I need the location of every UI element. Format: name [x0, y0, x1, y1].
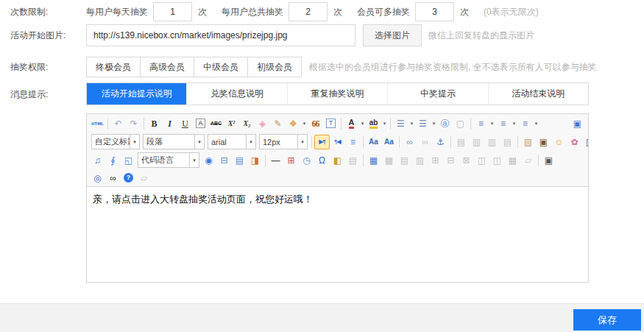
- html-source-icon[interactable]: HTML: [90, 116, 105, 131]
- insert-image-icon[interactable]: ▨: [520, 135, 536, 149]
- indent-icon[interactable]: ≡: [345, 135, 361, 149]
- table-props-icon[interactable]: ▤: [397, 153, 412, 168]
- image-align-none-icon[interactable]: ▤: [453, 135, 469, 149]
- insert-table-icon[interactable]: ▦: [366, 153, 381, 168]
- per-user-daily-draws-input[interactable]: [153, 2, 192, 21]
- to-lowercase-icon[interactable]: Aa: [381, 135, 397, 149]
- tab-repeat-draw-note[interactable]: 重复抽奖说明: [287, 83, 387, 105]
- scrawl-icon[interactable]: ✿: [567, 135, 582, 149]
- row-spacing-bottom-icon[interactable]: ≡: [495, 116, 511, 131]
- image-align-center-icon[interactable]: ▤: [500, 135, 515, 149]
- special-char-icon[interactable]: Ω: [314, 153, 330, 168]
- format-painter-icon[interactable]: ✎: [270, 116, 286, 131]
- baidu-app-icon[interactable]: ◨: [247, 153, 263, 168]
- link-icon[interactable]: ∞: [402, 135, 417, 149]
- chevron-down-icon[interactable]: ▾: [489, 121, 495, 127]
- music-icon[interactable]: ♫: [90, 153, 105, 168]
- background-icon[interactable]: ▤: [232, 153, 247, 168]
- snapscreen-icon[interactable]: ◧: [330, 153, 345, 168]
- find-replace-icon[interactable]: ∞: [105, 171, 121, 186]
- member-extra-draws-input[interactable]: [415, 2, 454, 21]
- italic-icon[interactable]: I: [162, 116, 177, 131]
- per-user-total-draws-input[interactable]: [289, 2, 328, 21]
- insert-frame-icon[interactable]: ◱: [121, 153, 136, 168]
- tab-activity-start-note[interactable]: 活动开始提示说明: [87, 83, 186, 105]
- word-image-icon[interactable]: ▤: [345, 153, 361, 168]
- tab-activity-end-note[interactable]: 活动结束说明: [488, 83, 588, 105]
- redo-icon[interactable]: ↷: [126, 116, 141, 131]
- unordered-list-icon[interactable]: ☰: [415, 116, 431, 131]
- font-color-icon[interactable]: A: [344, 116, 359, 131]
- help-icon[interactable]: ?: [121, 171, 136, 186]
- undo-icon[interactable]: ↶: [110, 116, 126, 131]
- font-family-select[interactable]: arial▾: [208, 134, 256, 149]
- custom-style-select[interactable]: 自定义标题▾: [91, 134, 140, 149]
- chevron-down-icon[interactable]: ▾: [359, 121, 366, 127]
- insert-col-icon[interactable]: ⊟: [443, 153, 459, 168]
- chevron-down-icon[interactable]: ▾: [511, 121, 517, 127]
- clear-doc-icon[interactable]: ▢: [453, 116, 468, 131]
- horizontal-rule-icon[interactable]: —: [268, 153, 283, 168]
- map-icon[interactable]: ◉: [201, 153, 216, 168]
- underline-icon[interactable]: U: [177, 116, 193, 131]
- table-border-icon[interactable]: ▦: [505, 153, 520, 168]
- group-senior-member-button[interactable]: 高级会员: [140, 57, 194, 77]
- choose-image-button[interactable]: 选择图片: [363, 24, 422, 46]
- photo-album-icon[interactable]: ▣: [536, 135, 551, 149]
- code-language-select[interactable]: 代码语言▾: [138, 152, 199, 168]
- image-url-input[interactable]: [86, 24, 355, 46]
- font-border-icon[interactable]: A: [193, 116, 208, 131]
- chevron-down-icon[interactable]: ▾: [130, 135, 139, 149]
- chevron-down-icon[interactable]: ▾: [246, 135, 255, 149]
- chevron-down-icon[interactable]: ▾: [189, 153, 199, 167]
- time-icon[interactable]: ◷: [299, 153, 314, 168]
- bold-icon[interactable]: B: [146, 116, 162, 131]
- delete-row-icon[interactable]: ⊠: [459, 153, 474, 168]
- delete-table-icon[interactable]: ▦: [381, 153, 397, 168]
- paste-icon[interactable]: ▱: [136, 171, 152, 186]
- chevron-down-icon[interactable]: ▾: [408, 121, 415, 127]
- pagebreak-icon[interactable]: ⊟: [216, 153, 232, 168]
- superscript-icon[interactable]: X²: [224, 116, 239, 131]
- chevron-down-icon[interactable]: ▾: [297, 135, 307, 149]
- strikethrough-icon[interactable]: ABC: [208, 116, 224, 131]
- chevron-down-icon[interactable]: ▾: [431, 121, 437, 127]
- chevron-down-icon[interactable]: ▾: [194, 135, 204, 149]
- remove-format-icon[interactable]: ◈: [255, 116, 270, 131]
- highlight-color-icon[interactable]: ab: [366, 116, 381, 131]
- line-height-icon[interactable]: ≡: [517, 116, 533, 131]
- ordered-list-icon[interactable]: ☰: [393, 116, 408, 131]
- cell-props-icon[interactable]: ▥: [412, 153, 428, 168]
- image-align-right-icon[interactable]: ▥: [484, 135, 500, 149]
- auto-typeset-icon[interactable]: ❖: [286, 116, 301, 131]
- tab-win-prompt[interactable]: 中奖提示: [387, 83, 487, 105]
- image-align-left-icon[interactable]: ▥: [469, 135, 484, 149]
- insert-row-icon[interactable]: ⊞: [428, 153, 443, 168]
- blockquote-icon[interactable]: 66: [308, 116, 323, 131]
- direction-ltr-icon[interactable]: ▶¶: [314, 135, 330, 149]
- subscript-icon[interactable]: X₂: [239, 116, 255, 131]
- font-size-select[interactable]: 12px▾: [259, 134, 308, 149]
- paragraph-select[interactable]: 段落▾: [143, 134, 205, 149]
- preview-icon[interactable]: ◎: [90, 171, 105, 186]
- chevron-down-icon[interactable]: ▾: [301, 121, 308, 127]
- tab-redeem-info[interactable]: 兑奖信息说明: [186, 83, 286, 105]
- print-icon[interactable]: ▣: [541, 153, 556, 168]
- template-icon[interactable]: ▱: [520, 153, 536, 168]
- select-all-icon[interactable]: ⓐ: [437, 116, 453, 131]
- save-button[interactable]: 保存: [573, 309, 641, 331]
- chevron-down-icon[interactable]: ▾: [533, 121, 539, 127]
- date-icon[interactable]: ⊞: [283, 153, 299, 168]
- attachment-icon[interactable]: ∮: [105, 153, 121, 168]
- video-icon[interactable]: ▥: [582, 135, 588, 149]
- group-ultimate-member-button[interactable]: 终极会员: [86, 57, 141, 77]
- to-uppercase-icon[interactable]: Aa: [366, 135, 381, 149]
- group-intermediate-member-button[interactable]: 中级会员: [194, 57, 248, 77]
- row-spacing-top-icon[interactable]: ≡: [473, 116, 489, 131]
- unlink-icon[interactable]: ∞: [417, 135, 433, 149]
- direction-rtl-icon[interactable]: ¶◀: [330, 135, 345, 149]
- editor-content[interactable]: 亲，请点击进入大转盘抽奖活动页面，祝您好运哦！: [87, 186, 588, 282]
- chevron-down-icon[interactable]: ▾: [381, 121, 388, 127]
- anchor-icon[interactable]: ⚓: [433, 135, 448, 149]
- fullscreen-icon[interactable]: ▣: [570, 116, 585, 131]
